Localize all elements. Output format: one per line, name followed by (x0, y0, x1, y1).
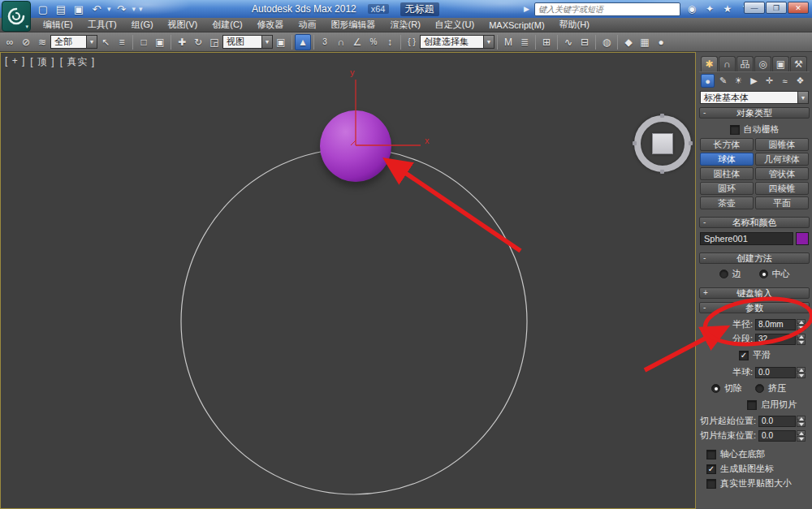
smooth-checkbox-box[interactable]: ✓ (739, 351, 749, 360)
selection-filter-dropdown[interactable]: 全部 ▼ (50, 35, 97, 49)
render-production-icon[interactable]: ● (653, 34, 669, 50)
snap-magnet-icon[interactable]: ∩ (333, 34, 349, 50)
tab-display-icon[interactable]: ▣ (772, 56, 789, 71)
button-teapot[interactable]: 茶壶 (700, 196, 754, 209)
snap-toggle-3d-icon[interactable]: 3 (317, 34, 333, 50)
radio-edge[interactable]: 边 (719, 268, 741, 280)
generate-mapping-checkbox-box[interactable]: ✓ (706, 464, 716, 474)
autogrid-checkbox[interactable]: 自动栅格 (700, 123, 809, 136)
curve-editor-icon[interactable]: ∿ (560, 34, 577, 50)
slice-to-field[interactable]: 0.0 (758, 430, 796, 442)
rollup-parameters-header[interactable]: - 参数 (699, 302, 810, 313)
category-systems-icon[interactable]: ❖ (793, 74, 807, 88)
radius-field[interactable]: 8.0mm (755, 319, 796, 330)
menu-create[interactable]: 创建(C) (205, 18, 249, 32)
window-crossing-icon[interactable]: ▣ (152, 34, 168, 50)
radio-squash-circle[interactable] (755, 384, 764, 393)
bind-to-spacewarp-icon[interactable]: ≋ (34, 34, 50, 50)
viewport-menu-general[interactable]: [ + ] (5, 55, 25, 69)
qat-customize-caret-icon[interactable]: ▾ (139, 5, 143, 13)
menu-graph-editors[interactable]: 图形编辑器 (324, 18, 383, 32)
open-file-icon[interactable]: ▤ (54, 2, 68, 16)
button-box[interactable]: 长方体 (700, 138, 754, 151)
menu-customize[interactable]: 自定义(U) (428, 18, 482, 32)
named-selection-sets-dropdown[interactable]: 创建选择集 ▼ (420, 35, 495, 49)
use-pivot-center-icon[interactable]: ▣ (273, 34, 289, 50)
button-sphere[interactable]: 球体 (700, 153, 754, 166)
rollup-creation-method-header[interactable]: - 创建方法 (699, 252, 810, 264)
tab-modify-icon[interactable]: ∩ (719, 56, 736, 71)
tab-utilities-icon[interactable]: ⚒ (790, 56, 807, 71)
radio-squash[interactable]: 挤压 (755, 382, 786, 395)
button-cylinder[interactable]: 圆柱体 (700, 167, 754, 180)
viewport-menu-shading[interactable]: [ 真实 ] (60, 55, 95, 69)
smooth-checkbox[interactable]: ✓ 平滑 (739, 349, 809, 361)
communication-center-icon[interactable]: ✦ (703, 3, 716, 15)
search-icon[interactable]: ◉ (685, 3, 698, 15)
base-to-pivot-checkbox-box[interactable] (706, 450, 716, 459)
button-plane[interactable]: 平面 (755, 196, 809, 209)
menu-views[interactable]: 视图(V) (161, 18, 205, 32)
slice-on-checkbox[interactable]: 启用切片 (747, 399, 809, 411)
layer-manager-icon[interactable]: ⊞ (538, 34, 555, 50)
radius-spinner[interactable] (797, 319, 806, 330)
object-name-field[interactable]: Sphere001 (700, 232, 793, 245)
render-setup-icon[interactable]: ◆ (620, 34, 637, 50)
percent-snap-icon[interactable]: % (365, 34, 382, 50)
menu-animation[interactable]: 动画 (292, 18, 324, 32)
segments-field[interactable]: 32 (755, 334, 796, 345)
align-icon[interactable]: ≣ (516, 34, 533, 50)
angle-snap-icon[interactable]: ∠ (349, 34, 365, 50)
select-and-rotate-icon[interactable]: ↻ (190, 34, 206, 50)
schematic-view-icon[interactable]: ⊟ (577, 34, 593, 50)
menu-help[interactable]: 帮助(H) (552, 18, 597, 32)
category-helpers-icon[interactable]: ✛ (762, 74, 776, 88)
viewcube-top-face[interactable] (652, 133, 673, 154)
application-menu-button[interactable]: ▾ (2, 1, 31, 32)
rendered-frame-window-icon[interactable]: ▦ (637, 34, 653, 50)
category-spacewarps-icon[interactable]: ≈ (778, 74, 792, 88)
maximize-button[interactable]: ❐ (766, 2, 787, 14)
undo-icon[interactable]: ↶ (89, 2, 104, 16)
rollup-name-color-header[interactable]: - 名称和颜色 (699, 217, 810, 228)
base-to-pivot-checkbox[interactable]: 轴心在底部 (706, 448, 809, 460)
menu-group[interactable]: 组(G) (124, 18, 161, 32)
spinner-snap-icon[interactable]: ↕ (382, 34, 398, 50)
tab-create-icon[interactable]: ✱ (701, 56, 718, 71)
button-torus[interactable]: 圆环 (700, 182, 754, 195)
radio-center[interactable]: 中心 (759, 268, 790, 280)
hemisphere-spinner[interactable] (797, 367, 806, 378)
menu-rendering[interactable]: 渲染(R) (383, 18, 428, 32)
real-world-map-checkbox[interactable]: 真实世界贴图大小 (706, 477, 809, 490)
material-editor-icon[interactable]: ◍ (598, 34, 615, 50)
viewport-top[interactable]: [ + ] [ 顶 ] [ 真实 ] y x (0, 52, 696, 509)
radio-chop[interactable]: 切除 (711, 382, 742, 395)
category-shapes-icon[interactable]: ✎ (716, 74, 730, 88)
edit-named-selection-sets-icon[interactable]: { } (404, 34, 420, 50)
favorites-star-icon[interactable]: ★ (721, 3, 734, 15)
undo-caret-icon[interactable]: ▾ (107, 5, 111, 13)
segments-spinner[interactable] (797, 334, 806, 345)
hemisphere-field[interactable]: 0.0 (755, 367, 796, 378)
new-file-icon[interactable]: ▢ (36, 2, 50, 16)
primitive-category-dropdown[interactable]: 标准基本体 ▼ (700, 91, 809, 104)
slice-from-spinner[interactable] (797, 416, 806, 427)
search-input[interactable] (534, 2, 680, 16)
autogrid-checkbox-box[interactable] (730, 125, 740, 135)
slice-on-checkbox-box[interactable] (747, 400, 757, 410)
menu-tools[interactable]: 工具(T) (80, 18, 124, 32)
redo-icon[interactable]: ↷ (114, 2, 129, 16)
save-file-icon[interactable]: ▣ (71, 2, 86, 16)
button-cone[interactable]: 圆锥体 (755, 138, 809, 151)
rollup-keyboard-entry-header[interactable]: + 键盘输入 (699, 287, 810, 299)
radio-center-circle[interactable] (759, 270, 768, 278)
button-tube[interactable]: 管状体 (755, 167, 809, 180)
generate-mapping-checkbox[interactable]: ✓ 生成贴图坐标 (706, 463, 809, 475)
radio-edge-circle[interactable] (719, 270, 728, 278)
menu-edit[interactable]: 编辑(E) (36, 18, 80, 32)
redo-caret-icon[interactable]: ▾ (132, 5, 136, 13)
unlink-selection-icon[interactable]: ⊘ (18, 34, 34, 50)
real-world-map-checkbox-box[interactable] (706, 479, 716, 489)
reference-coordinate-dropdown[interactable]: 视图 ▼ (222, 35, 273, 49)
slice-from-field[interactable]: 0.0 (758, 416, 796, 427)
